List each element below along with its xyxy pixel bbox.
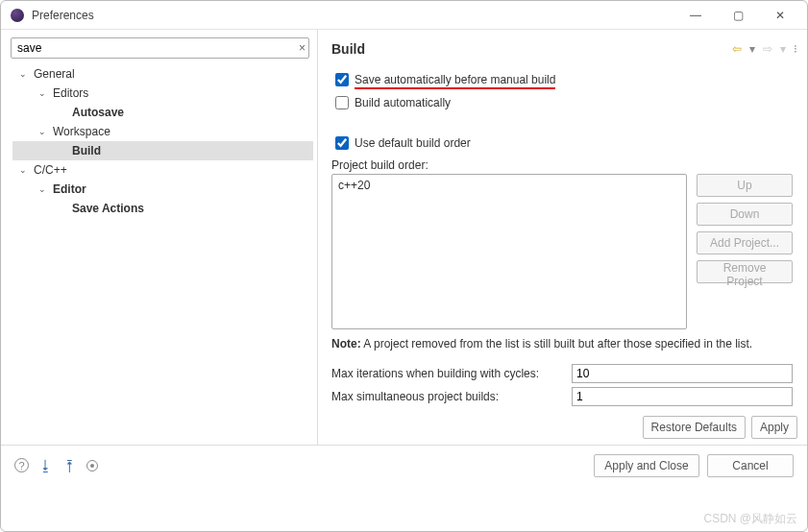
tree-node-label: Editors	[49, 84, 92, 103]
max-simultaneous-input[interactable]	[572, 387, 793, 406]
use-default-order-label[interactable]: Use default build order	[355, 136, 471, 150]
menu-dots-icon[interactable]: ⁝	[794, 42, 797, 56]
project-build-order-list[interactable]: c++20	[331, 174, 687, 329]
titlebar: Preferences — ▢ ✕	[1, 1, 807, 30]
oomph-icon[interactable]	[86, 460, 98, 472]
use-default-order-row: Use default build order	[331, 133, 797, 153]
build-auto-label[interactable]: Build automatically	[355, 96, 451, 109]
restore-defaults-button[interactable]: Restore Defaults	[643, 416, 746, 439]
add-project-button[interactable]: Add Project...	[697, 231, 793, 254]
search-input[interactable]	[11, 37, 309, 59]
close-button[interactable]: ✕	[759, 2, 801, 29]
clear-search-icon[interactable]: ×	[299, 41, 306, 55]
chevron-down-icon[interactable]: ⌄	[36, 84, 49, 103]
minimize-button[interactable]: —	[674, 2, 717, 29]
chevron-down-icon[interactable]: ⌄	[16, 160, 30, 180]
max-iterations-row: Max iterations when building with cycles…	[331, 364, 797, 383]
tree-node-label: C/C++	[30, 160, 71, 180]
tree-node-label: Editor	[49, 180, 90, 199]
left-panel: × ⌄General⌄EditorsAutosave⌄WorkspaceBuil…	[1, 30, 318, 445]
footer-buttons: Apply and Close Cancel	[98, 454, 794, 477]
footer-icons: ? ⭳ ⭱	[14, 457, 98, 473]
main-split: × ⌄General⌄EditorsAutosave⌄WorkspaceBuil…	[1, 30, 807, 445]
down-button[interactable]: Down	[697, 203, 793, 226]
tree-node-label: Save Actions	[68, 199, 148, 218]
window-title: Preferences	[32, 9, 674, 22]
max-simultaneous-label: Max simultaneous project builds:	[331, 390, 572, 403]
tree-node-label: General	[30, 64, 79, 84]
help-icon[interactable]: ?	[14, 458, 29, 472]
watermark: CSDN @风静如云	[703, 511, 797, 527]
preferences-tree[interactable]: ⌄General⌄EditorsAutosave⌄WorkspaceBuild⌄…	[9, 64, 313, 441]
note-text: Note: A project removed from the list is…	[331, 337, 797, 351]
tree-node[interactable]: Autosave	[12, 103, 313, 122]
save-auto-label[interactable]: Save automatically before manual build	[355, 73, 555, 86]
order-side-buttons: Up Down Add Project... Remove Project	[697, 174, 793, 283]
up-button[interactable]: Up	[697, 174, 793, 197]
max-simultaneous-row: Max simultaneous project builds:	[331, 387, 797, 406]
tree-node[interactable]: ⌄Editors	[12, 84, 313, 103]
pane-header-icons: ⇦ ▾ ⇨ ▾ ⁝	[732, 42, 797, 56]
list-item[interactable]: c++20	[338, 179, 680, 192]
chevron-down-icon[interactable]: ⌄	[36, 122, 49, 141]
window-controls: — ▢ ✕	[674, 2, 801, 29]
tree-node[interactable]: ⌄C/C++	[12, 160, 313, 180]
right-panel: Build ⇦ ▾ ⇨ ▾ ⁝ Save automatically befor…	[318, 30, 807, 445]
chevron-down-icon[interactable]: ⌄	[36, 180, 49, 199]
export-icon[interactable]: ⭱	[62, 457, 77, 473]
back-dropdown-icon[interactable]: ▾	[749, 42, 755, 56]
dialog-footer: ? ⭳ ⭱ Apply and Close Cancel	[1, 445, 807, 485]
max-iterations-input[interactable]	[572, 364, 793, 383]
pane-heading: Build	[331, 41, 732, 57]
use-default-order-checkbox[interactable]	[335, 136, 349, 150]
tree-node[interactable]: Build	[12, 141, 313, 160]
tree-node-label: Build	[68, 141, 105, 160]
project-build-order-label: Project build order:	[331, 158, 797, 172]
cancel-button[interactable]: Cancel	[707, 454, 794, 477]
tree-node-label: Workspace	[49, 122, 114, 141]
tree-node[interactable]: ⌄Workspace	[12, 122, 313, 141]
search-wrapper: ×	[11, 37, 309, 59]
tree-node-label: Autosave	[68, 103, 128, 122]
max-iterations-label: Max iterations when building with cycles…	[331, 367, 572, 380]
pane-content: Save automatically before manual build B…	[331, 66, 797, 445]
pane-header: Build ⇦ ▾ ⇨ ▾ ⁝	[331, 36, 797, 62]
forward-dropdown-icon[interactable]: ▾	[780, 42, 786, 56]
back-arrow-icon[interactable]: ⇦	[732, 42, 742, 56]
remove-project-button[interactable]: Remove Project	[697, 260, 793, 283]
import-icon[interactable]: ⭳	[38, 457, 53, 473]
build-order-area: c++20 Up Down Add Project... Remove Proj…	[331, 174, 797, 329]
tree-node[interactable]: ⌄Editor	[12, 180, 313, 199]
pane-lower-buttons: Restore Defaults Apply	[331, 416, 797, 439]
save-auto-checkbox[interactable]	[335, 73, 349, 86]
maximize-button[interactable]: ▢	[717, 2, 759, 29]
chevron-down-icon[interactable]: ⌄	[16, 64, 30, 84]
save-auto-checkbox-row: Save automatically before manual build	[331, 70, 797, 89]
app-logo-icon	[11, 9, 24, 22]
build-auto-checkbox[interactable]	[335, 96, 349, 109]
forward-arrow-icon[interactable]: ⇨	[763, 42, 772, 56]
tree-node[interactable]: Save Actions	[12, 199, 313, 218]
tree-node[interactable]: ⌄General	[12, 64, 313, 84]
build-auto-checkbox-row: Build automatically	[331, 93, 797, 112]
apply-button[interactable]: Apply	[751, 416, 797, 439]
apply-and-close-button[interactable]: Apply and Close	[594, 454, 699, 477]
